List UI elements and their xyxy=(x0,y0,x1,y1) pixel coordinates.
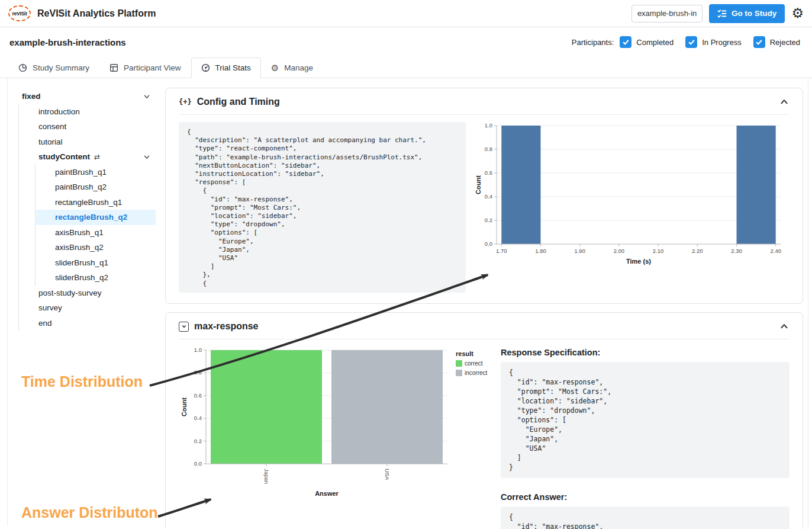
header-actions: Go to Study ⚙ xyxy=(631,4,804,23)
svg-text:correct: correct xyxy=(465,360,483,367)
svg-text:Time (s): Time (s) xyxy=(626,258,651,265)
chevron-down-icon[interactable] xyxy=(143,153,151,161)
main-tabs: Study Summary Participant View Trial Sta… xyxy=(0,54,812,78)
tree-item-label: paintBrush_q2 xyxy=(55,182,107,191)
shuffle-icon: ⇄ xyxy=(94,153,100,161)
app-title: ReVISit Analytics Platform xyxy=(37,8,156,19)
svg-text:Japan: Japan xyxy=(263,469,270,484)
checkbox-rejected[interactable] xyxy=(753,36,765,48)
x-axis: 1.701.801.902.002.102.202.302.40 xyxy=(496,244,781,254)
x-axis: JapanUSA xyxy=(263,464,391,484)
svg-text:1.0: 1.0 xyxy=(485,122,492,129)
gear-icon: ⚙ xyxy=(271,63,279,72)
tab-label: Participant View xyxy=(124,63,181,72)
tree-item-label: consent xyxy=(38,122,66,131)
tree-item-introduction[interactable]: introduction xyxy=(8,104,162,120)
card-body: JapanUSA0.00.20.40.60.81.0AnswerCountres… xyxy=(179,347,790,529)
filter-label-in-progress[interactable]: In Progress xyxy=(702,38,741,47)
answer-distribution: JapanUSA0.00.20.40.60.81.0AnswerCountres… xyxy=(179,347,492,529)
collapse-card-button[interactable] xyxy=(779,321,790,332)
tree-item-label: tutorial xyxy=(38,137,63,146)
y-axis: 0.00.20.40.60.81.0 xyxy=(485,122,497,247)
tree-indent-guide xyxy=(35,165,36,286)
svg-text:0.6: 0.6 xyxy=(485,169,492,176)
tree-item-end[interactable]: end xyxy=(8,316,162,331)
response-spec-code: { "id": "max-response", "prompt": "Most … xyxy=(501,362,790,478)
config-json-code: { "description": "A scatterplot and acco… xyxy=(179,122,466,293)
tree-item-axisBrush_q1[interactable]: axisBrush_q1 xyxy=(8,225,162,241)
tree-item-consent[interactable]: consent xyxy=(8,119,162,134)
tab-label: Study Summary xyxy=(33,63,89,72)
response-details: Response Specification: { "id": "max-res… xyxy=(501,347,790,529)
svg-text:2.10: 2.10 xyxy=(653,248,664,254)
legend-swatch-incorrect xyxy=(456,370,462,376)
svg-text:0.4: 0.4 xyxy=(485,193,492,200)
time-histogram: 1.701.801.902.002.102.202.302.400.00.20.… xyxy=(474,122,784,293)
tree-item-paintBrush_q2[interactable]: paintBrush_q2 xyxy=(8,179,162,195)
chart-legend: resultcorrectincorrect xyxy=(456,350,488,376)
tree-item-label: end xyxy=(38,319,52,328)
filter-label-rejected[interactable]: Rejected xyxy=(770,38,800,47)
histogram-bars xyxy=(501,126,775,244)
participants-label: Participants: xyxy=(572,38,614,47)
tree-item-axisBrush_q2[interactable]: axisBrush_q2 xyxy=(8,240,162,255)
tree-item-rectangleBrush_q1[interactable]: rectangleBrush_q1 xyxy=(8,195,162,210)
card-title: max-response xyxy=(194,321,259,332)
svg-text:Count: Count xyxy=(181,397,188,416)
tab-manage[interactable]: ⚙ Manage xyxy=(261,57,323,78)
tree-item-label: post-study-survey xyxy=(38,288,102,297)
tree-item-survey[interactable]: survey xyxy=(8,300,162,316)
max-response-card: max-response JapanUSA0.00.20.40.60.81.0A… xyxy=(165,312,803,529)
card-header: {+} Config and Timing xyxy=(179,97,790,115)
study-title: example-brush-interactions xyxy=(9,37,126,47)
tree-item-label: axisBrush_q2 xyxy=(55,243,104,252)
tab-study-summary[interactable]: Study Summary xyxy=(8,57,99,78)
svg-text:2.40: 2.40 xyxy=(770,248,781,254)
content-panel: fixedintroductionconsenttutorialstudyCon… xyxy=(7,78,808,526)
tab-trial-stats[interactable]: Trial Stats xyxy=(191,57,261,78)
tree-item-sliderBrush_q2[interactable]: sliderBrush_q2 xyxy=(8,270,162,286)
svg-text:USA: USA xyxy=(384,469,391,480)
tree-item-post-study-survey[interactable]: post-study-survey xyxy=(8,286,162,301)
chevron-up-icon xyxy=(779,321,790,332)
tree-item-studyContent[interactable]: studyContent⇄ xyxy=(8,149,162,165)
tree-item-label: sliderBrush_q2 xyxy=(55,273,108,282)
go-to-study-button[interactable]: Go to Study xyxy=(709,4,785,23)
participants-filters: Participants: Completed In Progress Reje… xyxy=(572,36,803,48)
time-distribution-annotation: Time Distribution xyxy=(21,373,143,390)
settings-gear-icon[interactable]: ⚙ xyxy=(791,7,804,20)
table-icon xyxy=(109,63,118,72)
svg-text:incorrect: incorrect xyxy=(465,370,488,376)
tree-item-label: axisBrush_q1 xyxy=(55,228,104,237)
study-bar: example-brush-interactions Participants:… xyxy=(0,27,812,54)
response-spec-heading: Response Specification: xyxy=(501,348,790,357)
tree-item-fixed[interactable]: fixed xyxy=(8,89,162,104)
card-body: { "description": "A scatterplot and acco… xyxy=(179,122,790,293)
answer-distribution-annotation: Answer Distributon xyxy=(21,504,158,521)
revisit-logo: reVISit xyxy=(8,5,31,21)
tab-participant-view[interactable]: Participant View xyxy=(99,57,191,78)
tree-item-sliderBrush_q1[interactable]: sliderBrush_q1 xyxy=(8,255,162,271)
svg-text:0.0: 0.0 xyxy=(194,460,202,467)
checkbox-completed[interactable] xyxy=(620,36,631,48)
tree-item-paintBrush_q1[interactable]: paintBrush_q1 xyxy=(8,165,162,180)
collapse-card-button[interactable] xyxy=(779,97,790,107)
filter-label-completed[interactable]: Completed xyxy=(636,38,674,47)
study-select-input[interactable] xyxy=(631,5,703,23)
svg-text:2.20: 2.20 xyxy=(692,248,703,254)
chevron-up-icon xyxy=(779,97,790,107)
gauge-icon xyxy=(201,63,210,72)
card-title: Config and Timing xyxy=(197,97,280,107)
correct-answer-heading: Correct Answer: xyxy=(501,492,790,502)
svg-text:0.4: 0.4 xyxy=(194,415,202,421)
tree-item-label: rectangleBrush_q1 xyxy=(55,198,122,207)
checkbox-in-progress[interactable] xyxy=(685,36,697,48)
chevron-down-icon[interactable] xyxy=(143,92,151,101)
app-header: reVISit ReVISit Analytics Platform Go to… xyxy=(0,0,812,27)
svg-text:2.30: 2.30 xyxy=(731,248,742,254)
tree-item-tutorial[interactable]: tutorial xyxy=(8,134,162,150)
tree-item-label: sliderBrush_q1 xyxy=(55,258,108,267)
tree-item-label: studyContent xyxy=(38,152,90,161)
svg-text:1.80: 1.80 xyxy=(535,248,546,254)
tree-item-rectangleBrush_q2[interactable]: rectangleBrush_q2 xyxy=(36,210,156,225)
